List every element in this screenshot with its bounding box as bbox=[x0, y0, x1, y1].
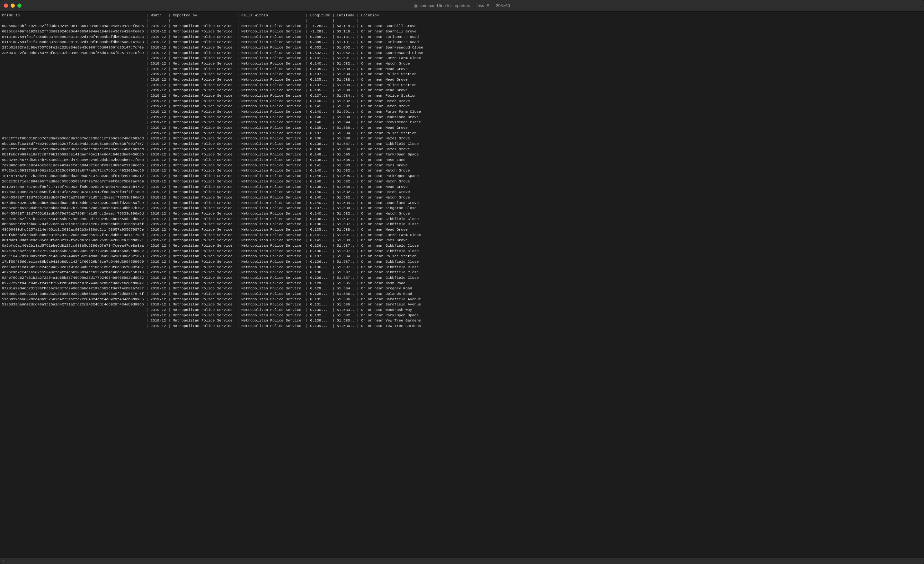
status-bar: : bbox=[0, 558, 924, 564]
maximize-button[interactable] bbox=[17, 3, 21, 8]
terminal-window: ▣ command-line-for-reporters — less -S —… bbox=[0, 0, 924, 564]
terminal-content[interactable]: Crime ID | Month | Reported by | Falls w… bbox=[0, 12, 924, 558]
status-text: : bbox=[3, 559, 5, 563]
titlebar: ▣ command-line-for-reporters — less -S —… bbox=[0, 0, 924, 12]
terminal-icon: ▣ bbox=[414, 3, 418, 8]
close-button[interactable] bbox=[4, 3, 8, 8]
terminal-output: Crime ID | Month | Reported by | Falls w… bbox=[2, 13, 922, 556]
traffic-lights bbox=[4, 3, 21, 8]
window-title: ▣ command-line-for-reporters — less -S —… bbox=[414, 3, 510, 8]
minimize-button[interactable] bbox=[10, 3, 15, 8]
